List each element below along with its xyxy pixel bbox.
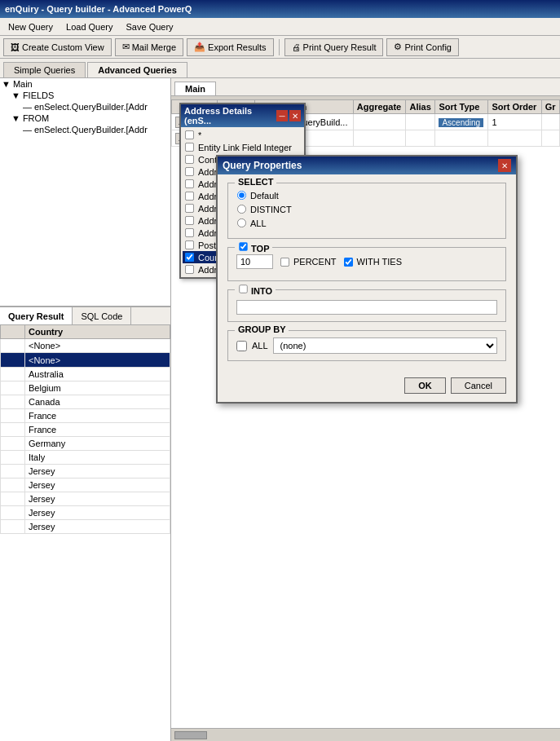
top-label: TOP — [251, 244, 269, 254]
percent-check[interactable] — [280, 257, 289, 266]
radio-distinct: DISTINCT — [236, 204, 497, 214]
dialog-close-btn[interactable]: ✕ — [498, 159, 511, 172]
into-value-input[interactable] — [236, 300, 497, 315]
cancel-button[interactable]: Cancel — [451, 377, 506, 394]
into-enabled-check[interactable] — [239, 284, 247, 293]
select-group-label: SELECT — [235, 177, 276, 187]
top-value-input[interactable] — [236, 254, 273, 269]
into-group-label: INTO — [235, 284, 276, 296]
dialog-buttons: OK Cancel — [218, 377, 516, 402]
top-enabled-check[interactable] — [239, 242, 247, 250]
dialog-title: Query Properties ✕ — [218, 157, 516, 174]
with-ties-row: WITH TIES — [343, 257, 402, 267]
query-properties-dialog: Query Properties ✕ SELECT Default DISTIN… — [216, 155, 518, 404]
into-label: INTO — [251, 286, 272, 296]
with-ties-check[interactable] — [344, 257, 353, 266]
ok-button[interactable]: OK — [404, 377, 446, 394]
radio-all-label: ALL — [250, 218, 267, 228]
group-by-row: ALL (none) Country — [236, 337, 497, 354]
top-row: PERCENT WITH TIES — [236, 254, 497, 269]
percent-row: PERCENT — [280, 257, 337, 267]
radio-distinct-label: DISTINCT — [250, 205, 292, 214]
dialog-title-text: Query Properties — [223, 160, 302, 171]
with-ties-label: WITH TIES — [357, 257, 402, 267]
group-by-group: GROUP BY ALL (none) Country — [227, 330, 506, 361]
percent-label: PERCENT — [293, 257, 337, 267]
top-group: TOP PERCENT WITH TIES — [227, 247, 506, 281]
radio-default-label: Default — [250, 191, 279, 201]
dialog-body: SELECT Default DISTINCT ALL TOP — [218, 174, 516, 377]
group-by-label: GROUP BY — [235, 324, 289, 334]
select-group: SELECT Default DISTINCT ALL — [227, 183, 506, 239]
radio-distinct-input[interactable] — [237, 205, 246, 214]
radio-all: ALL — [236, 218, 497, 228]
group-by-select[interactable]: (none) Country — [273, 337, 497, 354]
into-group: INTO — [227, 289, 506, 322]
radio-default: Default — [236, 190, 497, 201]
group-by-all-label: ALL — [252, 341, 268, 351]
radio-default-input[interactable] — [237, 191, 246, 200]
top-group-label: TOP — [235, 241, 272, 254]
radio-all-input[interactable] — [237, 218, 246, 227]
group-by-all-check[interactable] — [236, 341, 247, 351]
dialog-overlay: Query Properties ✕ SELECT Default DISTIN… — [0, 0, 560, 741]
